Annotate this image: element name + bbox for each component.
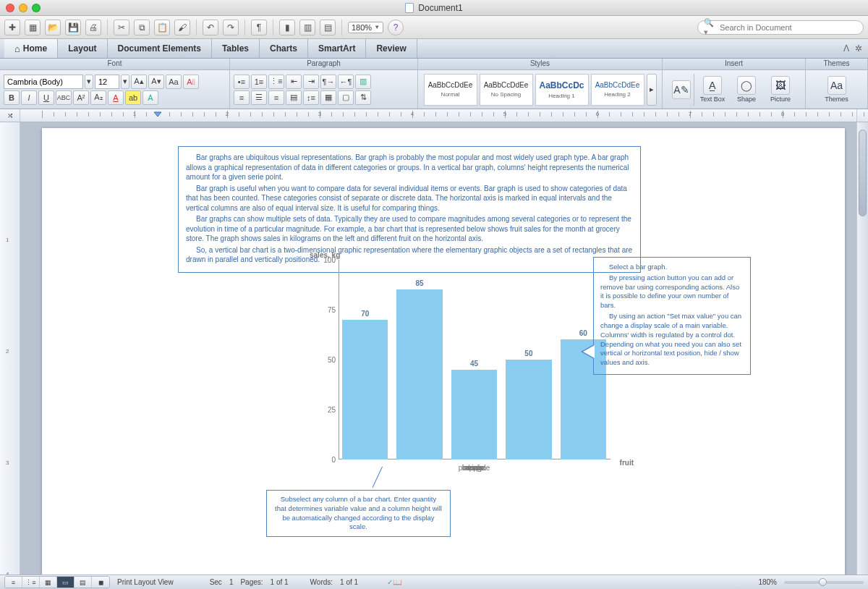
borders-button[interactable]: ▢	[338, 90, 354, 105]
italic-button[interactable]: I	[21, 90, 37, 105]
ribbon-settings-icon[interactable]: ✲	[855, 43, 862, 54]
grow-font-button[interactable]: A▴	[131, 75, 147, 89]
text-effects-button[interactable]: A	[142, 90, 158, 105]
subscript-button[interactable]: A₂	[90, 90, 106, 105]
style-normal[interactable]: AaBbCcDdEeNormal	[424, 74, 477, 106]
zoom-value: 180%	[352, 23, 372, 32]
paste-button[interactable]: 📋	[154, 20, 170, 35]
change-case-button[interactable]: Aa	[166, 75, 182, 89]
tab-document-elements[interactable]: Document Elements	[108, 39, 212, 58]
templates-button[interactable]: ▦	[25, 20, 41, 35]
save-button[interactable]: 💾	[65, 20, 81, 35]
underline-button[interactable]: U	[38, 90, 54, 105]
textbox-button[interactable]: A̲Text Box	[697, 76, 728, 103]
strikethrough-button[interactable]: ABC	[56, 90, 72, 105]
decrease-indent-button[interactable]: ⇤	[286, 75, 302, 89]
tab-charts[interactable]: Charts	[260, 39, 308, 58]
ltr-button[interactable]: ¶→	[320, 75, 336, 89]
ruler-corner[interactable]: ⤭	[0, 109, 20, 122]
font-name-dropdown[interactable]: ▾	[85, 75, 93, 89]
callout-right[interactable]: Select a bar graph. By pressing action b…	[593, 257, 751, 375]
search-field-wrap[interactable]: 🔍▾	[697, 20, 864, 35]
toolbox-button[interactable]: ▥	[299, 20, 315, 35]
style-heading-2[interactable]: AaBbCcDdEeHeading 2	[591, 74, 644, 106]
tab-tables[interactable]: Tables	[212, 39, 260, 58]
view-draft-button[interactable]: ≡	[5, 577, 22, 588]
bar-apple[interactable]: 70apple	[342, 320, 388, 459]
font-size-input[interactable]	[95, 75, 119, 89]
gallery-button[interactable]: ▤	[320, 20, 336, 35]
vertical-ruler[interactable]: 1234	[0, 122, 20, 575]
styles-pane-button[interactable]: A✎	[671, 80, 692, 99]
font-size-dropdown[interactable]: ▾	[121, 75, 129, 89]
shading-button[interactable]: ▦	[320, 90, 336, 105]
copy-button[interactable]: ⧉	[134, 20, 150, 35]
zoom-slider[interactable]	[784, 581, 864, 584]
intro-text-box[interactable]: Bar graphs are ubiquitous visual represe…	[178, 146, 641, 273]
bold-button[interactable]: B	[4, 90, 20, 105]
intro-p3: Bar graphs can show multiple sets of dat…	[186, 214, 633, 244]
picture-button[interactable]: 🖼Picture	[765, 76, 796, 103]
view-outline-button[interactable]: ⋮≡	[22, 577, 40, 588]
ribbon-body: ▾ ▾ A▴ A▾ Aa A⃠ B I U ABC A² A₂ A ab A •…	[0, 70, 868, 109]
redo-button[interactable]: ↷	[223, 20, 239, 35]
view-focus-button[interactable]: ◼	[92, 577, 109, 588]
undo-button[interactable]: ↶	[203, 20, 218, 35]
view-publishing-button[interactable]: ▦	[40, 577, 57, 588]
format-painter-button[interactable]: 🖌	[174, 20, 190, 35]
superscript-button[interactable]: A²	[73, 90, 89, 105]
bar-kiwi[interactable]: 45kiwi	[451, 370, 497, 459]
numbering-button[interactable]: 1≡	[251, 75, 267, 89]
view-print-layout-button[interactable]: ▭	[57, 577, 75, 588]
sidebar-toggle-button[interactable]: ▮	[279, 20, 295, 35]
multilevel-list-button[interactable]: ⋮≡	[268, 75, 284, 89]
zoom-selector[interactable]: 180% ▼	[348, 22, 383, 33]
view-notebook-button[interactable]: ▤	[75, 577, 92, 588]
font-name-input[interactable]	[4, 75, 83, 89]
justify-button[interactable]: ▤	[286, 90, 302, 105]
cut-button[interactable]: ✂	[114, 20, 129, 35]
search-icon: 🔍▾	[704, 18, 717, 37]
line-spacing-button[interactable]: ↕≡	[303, 90, 319, 105]
horizontal-ruler[interactable]: 123456789	[20, 109, 856, 122]
style-heading-1[interactable]: AaBbCcDcHeading 1	[535, 74, 589, 106]
print-button[interactable]: 🖨	[85, 20, 101, 35]
clear-formatting-button[interactable]: A⃠	[183, 75, 199, 89]
rtl-button[interactable]: ←¶	[338, 75, 354, 89]
spellcheck-icon[interactable]: ✓📖	[387, 578, 401, 586]
shrink-font-button[interactable]: A▾	[148, 75, 164, 89]
bullets-button[interactable]: •≡	[234, 75, 250, 89]
chart-y-axis	[339, 260, 339, 459]
intro-p1: Bar graphs are ubiquitous visual represe…	[186, 153, 633, 182]
tab-smartart[interactable]: SmartArt	[308, 39, 366, 58]
scrollbar-thumb[interactable]	[859, 130, 867, 216]
search-input[interactable]	[720, 23, 857, 32]
themes-button[interactable]: AaThemes	[821, 76, 853, 103]
zoom-slider-knob[interactable]	[819, 578, 827, 586]
tab-review[interactable]: Review	[366, 39, 417, 58]
bar-chart[interactable]: sales, kg fruit 0255075100 70apple85oran…	[295, 257, 613, 481]
ribbon-collapse-icon[interactable]: ᐱ	[843, 43, 849, 54]
vertical-scrollbar[interactable]	[856, 122, 868, 575]
font-color-button[interactable]: A	[108, 90, 124, 105]
align-right-button[interactable]: ≡	[268, 90, 284, 105]
sort-button[interactable]: ⇅	[355, 90, 371, 105]
new-document-button[interactable]: ✚	[4, 20, 20, 35]
callout-bottom[interactable]: Subselect any column of a bar chart. Ent…	[266, 490, 451, 537]
help-button[interactable]: ?	[388, 20, 404, 35]
show-formatting-button[interactable]: ¶	[251, 20, 267, 35]
style-no-spacing[interactable]: AaBbCcDdEeNo Spacing	[480, 74, 533, 106]
open-button[interactable]: 📂	[45, 20, 61, 35]
increase-indent-button[interactable]: ⇥	[303, 75, 319, 89]
bar-orange[interactable]: 85orange	[396, 289, 442, 459]
highlight-button[interactable]: ab	[125, 90, 141, 105]
tab-layout[interactable]: Layout	[58, 39, 107, 58]
styles-more-button[interactable]: ▸	[647, 74, 657, 106]
tab-home[interactable]: Home	[4, 39, 58, 58]
align-left-button[interactable]: ≡	[234, 90, 250, 105]
columns-icon[interactable]: ▥	[355, 75, 371, 89]
bar-banana[interactable]: 50banana	[506, 360, 551, 459]
shape-button[interactable]: ◯Shape	[731, 76, 762, 103]
align-center-button[interactable]: ☰	[251, 90, 267, 105]
document-canvas[interactable]: Bar graphs are ubiquitous visual represe…	[20, 122, 856, 575]
